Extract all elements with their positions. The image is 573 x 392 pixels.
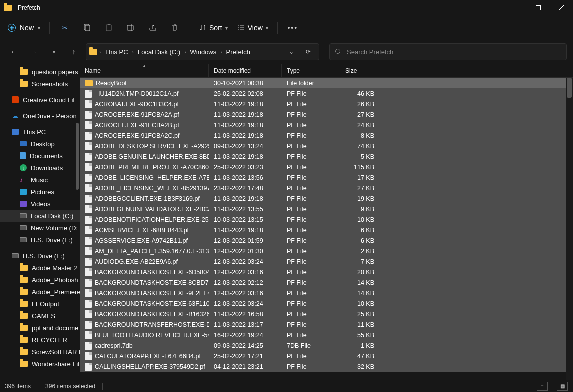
sidebar-item[interactable]: FFOutput [0, 298, 80, 310]
new-button[interactable]: New ▾ [4, 19, 44, 37]
sidebar-item[interactable]: ☁OneDrive - Person [0, 110, 80, 122]
back-button[interactable]: ← [6, 44, 22, 60]
refresh-button[interactable]: ⟳ [301, 48, 316, 56]
sidebar-item[interactable]: Local Disk (C:) [0, 210, 80, 222]
column-header-name[interactable]: Name▴ [80, 64, 209, 78]
file-pane: Name▴ Date modified Type Size ReadyBoot3… [80, 64, 573, 380]
navigation-pane[interactable]: question papersScreenshotsCreative Cloud… [0, 64, 80, 380]
sidebar-item[interactable]: Videos [0, 198, 80, 210]
address-bar[interactable]: › This PC › Local Disk (C:) › Windows › … [86, 44, 320, 60]
file-icon [85, 268, 92, 276]
sidebar-item[interactable]: question papers [0, 66, 80, 78]
recent-button[interactable]: ▾ [46, 44, 62, 60]
file-row[interactable]: BLUETOOTH AUDIO REVEICER.EXE-547EC...16-… [80, 330, 573, 340]
file-list[interactable]: ReadyBoot30-10-2021 00:38File folder_IU1… [80, 78, 573, 380]
sidebar-item[interactable]: Wondershare Fil [0, 358, 80, 370]
sidebar-item[interactable]: Documents [0, 150, 80, 162]
scrollbar-thumb[interactable] [567, 78, 572, 98]
file-row[interactable]: ADOBEGENUINEVALIDATOR.EXE-2BCAF8...11-03… [80, 204, 573, 214]
minimize-button[interactable] [504, 0, 527, 16]
sidebar-item[interactable]: H.S. Drive (E:) [0, 234, 80, 246]
separator [102, 383, 103, 390]
sidebar-item[interactable]: Desktop [0, 138, 80, 150]
breadcrumb-item[interactable]: Windows [188, 48, 219, 56]
file-row[interactable]: BACKGROUNDTASKHOST.EXE-63F11000.pf12-03-… [80, 298, 573, 309]
share-button[interactable] [143, 19, 163, 37]
column-header-date[interactable]: Date modified [209, 64, 282, 78]
more-button[interactable]: ••• [283, 19, 303, 37]
file-row[interactable]: ADOBE_LICENSING_WF.EXE-85291397.pf23-02-… [80, 183, 573, 194]
file-row[interactable]: AGMSERVICE.EXE-68BE8443.pf11-03-2022 19:… [80, 225, 573, 236]
sidebar-item[interactable]: This PC [0, 126, 80, 138]
file-row[interactable]: ACROCEF.EXE-91FCBA2A.pf11-03-2022 19:18P… [80, 110, 573, 120]
file-row[interactable]: cadrespri.7db09-03-2022 14:257DB File1 K… [80, 340, 573, 351]
file-row[interactable]: ADOBE PREMIERE PRO.EXE-A70C860E.pf25-02-… [80, 162, 573, 172]
sidebar-item[interactable]: Screenshots [0, 78, 80, 90]
column-header-type[interactable]: Type [282, 64, 340, 78]
sidebar-item[interactable]: Pictures [0, 186, 80, 198]
vertical-scrollbar[interactable] [566, 78, 573, 380]
breadcrumb-item[interactable]: Local Disk (C:) [136, 48, 182, 56]
file-row[interactable]: ACROCEF.EXE-91FCBA2C.pf11-03-2022 19:18P… [80, 130, 573, 141]
sidebar-item[interactable]: Adobe_Photosh [0, 274, 80, 286]
sidebar-item[interactable]: GAMES [0, 310, 80, 322]
details-view-button[interactable]: ≡ [537, 382, 548, 391]
cut-button[interactable]: ✂ [55, 19, 75, 37]
search-box[interactable]: Search Prefetch [330, 44, 567, 60]
file-icon [85, 184, 92, 192]
file-row[interactable]: CALLINGSHELLAPP.EXE-379549D2.pf04-12-202… [80, 362, 573, 372]
sidebar-item[interactable]: Creative Cloud Fil [0, 94, 80, 106]
close-button[interactable] [550, 0, 573, 16]
file-row[interactable]: BACKGROUNDTASKHOST.EXE-B16326C0.pf11-03-… [80, 309, 573, 320]
thumbnails-view-button[interactable]: ▦ [557, 382, 568, 391]
up-button[interactable]: ↑ [66, 44, 82, 60]
delete-button[interactable] [165, 19, 185, 37]
file-row[interactable]: ADOBE_LICENSING_HELPER.EXE-A7EF9B...11-0… [80, 172, 573, 183]
sidebar-item[interactable]: New Volume (D: [0, 222, 80, 234]
file-row[interactable]: ADOBE DESKTOP SERVICE.EXE-A2925451.pf09-… [80, 141, 573, 152]
file-name: _IU14D2N.TMP-D0012C1A.pf [95, 90, 178, 98]
view-button[interactable]: View ▾ [234, 19, 272, 37]
file-row[interactable]: _IU14D2N.TMP-D0012C1A.pf25-02-2022 02:08… [80, 88, 573, 99]
paste-button[interactable] [99, 19, 119, 37]
breadcrumb-item[interactable]: Prefetch [224, 48, 252, 56]
file-row[interactable]: ADOBE GENUINE LAUNCHER.EXE-8BD95...11-03… [80, 152, 573, 162]
file-row[interactable]: BACKGROUNDTASKHOST.EXE-6D58042C.pf12-03-… [80, 267, 573, 278]
separator [50, 22, 50, 34]
sidebar-item[interactable]: Adobe Master 2 [0, 262, 80, 274]
file-row[interactable]: AUDIODG.EXE-AB22E9A6.pf12-03-2022 03:24P… [80, 256, 573, 267]
svg-rect-0 [513, 8, 518, 8]
file-size: 24 KB [340, 122, 380, 129]
file-row[interactable]: BACKGROUNDTASKHOST.EXE-8CBD7053...12-03-… [80, 278, 573, 288]
file-row[interactable]: CALCULATORAPP.EXE-F67E66B4.pf25-02-2022 … [80, 351, 573, 362]
column-header-size[interactable]: Size [340, 64, 380, 78]
sidebar-item[interactable]: ScrewSoft RAR F [0, 346, 80, 358]
breadcrumb-item[interactable]: This PC [103, 48, 130, 56]
sidebar-item[interactable]: RECYCLER [0, 334, 80, 346]
file-row[interactable]: AGSSERVICE.EXE-A9742B11.pf12-03-2022 01:… [80, 236, 573, 246]
file-row[interactable]: BACKGROUNDTRANSFERHOST.EXE-DB32...11-03-… [80, 320, 573, 330]
scrollbar-thumb[interactable] [76, 123, 79, 190]
file-row[interactable]: BACKGROUNDTASKHOST.EXE-9F2EE4C2.pf12-03-… [80, 288, 573, 298]
file-row[interactable]: ADOBENOTIFICATIONHELPER.EXE-25CC...10-03… [80, 214, 573, 225]
rename-button[interactable] [121, 19, 141, 37]
sidebar-item[interactable]: H.S. Drive (E:) [0, 250, 80, 262]
maximize-button[interactable] [527, 0, 550, 16]
breadcrumb-label: Local Disk (C:) [138, 48, 180, 56]
sidebar-item[interactable]: Adobe_Premiere [0, 286, 80, 298]
sidebar-item[interactable]: ↓Downloads [0, 162, 80, 174]
file-row[interactable]: AM_DELTA_PATCH_1.359.1677.0.E-3139A...12… [80, 246, 573, 256]
forward-button[interactable]: → [26, 44, 42, 60]
copy-button[interactable] [77, 19, 97, 37]
sort-button[interactable]: Sort ▾ [196, 19, 232, 37]
file-row[interactable]: ReadyBoot30-10-2021 00:38File folder [80, 78, 573, 88]
copy-icon [83, 24, 91, 32]
file-row[interactable]: ADOBEGCCLIENT.EXE-1B3F3169.pf11-03-2022 … [80, 194, 573, 204]
sidebar-item[interactable]: ppt and docume [0, 322, 80, 334]
file-row[interactable]: ACROBAT.EXE-9DC1B3C4.pf11-03-2022 19:18P… [80, 99, 573, 110]
address-dropdown-button[interactable]: ⌄ [284, 48, 299, 56]
file-row[interactable]: ACROCEF.EXE-91FCBA2B.pf11-03-2022 19:18P… [80, 120, 573, 130]
file-date: 30-10-2021 00:38 [209, 80, 282, 87]
sidebar-item[interactable]: ♪Music [0, 174, 80, 186]
sidebar-item-label: Documents [30, 152, 63, 160]
